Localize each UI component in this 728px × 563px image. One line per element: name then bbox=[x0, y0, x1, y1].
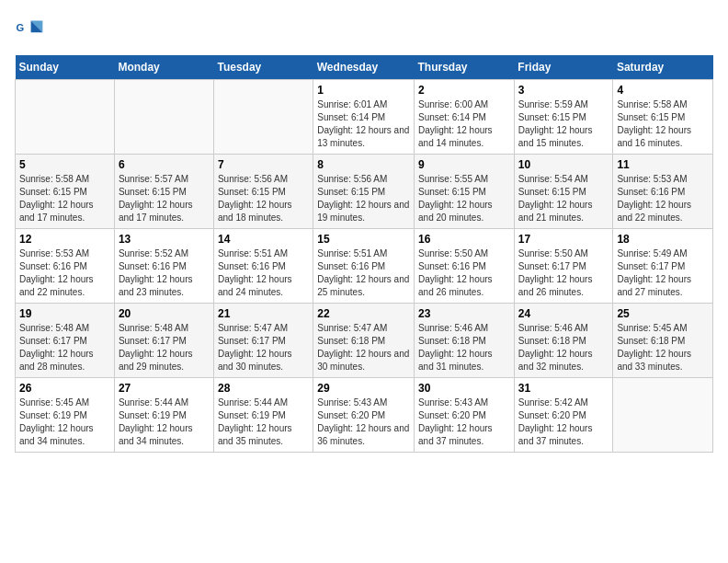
day-number: 18 bbox=[617, 233, 709, 246]
weekday-header-monday: Monday bbox=[114, 55, 213, 80]
day-info: Sunrise: 6:01 AM Sunset: 6:14 PM Dayligh… bbox=[317, 98, 410, 150]
week-row-1: 1Sunrise: 6:01 AM Sunset: 6:14 PM Daylig… bbox=[16, 80, 713, 155]
day-info: Sunrise: 5:57 AM Sunset: 6:15 PM Dayligh… bbox=[119, 173, 210, 224]
day-info: Sunrise: 5:47 AM Sunset: 6:18 PM Dayligh… bbox=[317, 322, 410, 373]
day-info: Sunrise: 5:49 AM Sunset: 6:17 PM Dayligh… bbox=[617, 247, 709, 299]
calendar-cell: 29Sunrise: 5:43 AM Sunset: 6:20 PM Dayli… bbox=[313, 378, 415, 453]
day-number: 8 bbox=[317, 158, 410, 171]
week-row-3: 12Sunrise: 5:53 AM Sunset: 6:16 PM Dayli… bbox=[16, 229, 713, 304]
day-info: Sunrise: 5:48 AM Sunset: 6:17 PM Dayligh… bbox=[119, 322, 210, 373]
calendar-cell: 10Sunrise: 5:54 AM Sunset: 6:15 PM Dayli… bbox=[514, 155, 613, 229]
calendar-cell: 3Sunrise: 5:59 AM Sunset: 6:15 PM Daylig… bbox=[514, 80, 613, 155]
day-info: Sunrise: 5:56 AM Sunset: 6:15 PM Dayligh… bbox=[218, 173, 309, 224]
day-number: 31 bbox=[518, 382, 609, 395]
day-number: 5 bbox=[19, 158, 110, 171]
day-number: 7 bbox=[218, 158, 309, 171]
calendar-body: 1Sunrise: 6:01 AM Sunset: 6:14 PM Daylig… bbox=[16, 80, 713, 453]
week-row-2: 5Sunrise: 5:58 AM Sunset: 6:15 PM Daylig… bbox=[16, 155, 713, 229]
calendar-cell: 15Sunrise: 5:51 AM Sunset: 6:16 PM Dayli… bbox=[313, 229, 415, 304]
calendar-cell: 31Sunrise: 5:42 AM Sunset: 6:20 PM Dayli… bbox=[514, 378, 613, 453]
day-number: 3 bbox=[518, 84, 609, 97]
day-info: Sunrise: 5:46 AM Sunset: 6:18 PM Dayligh… bbox=[418, 322, 510, 373]
day-number: 14 bbox=[218, 233, 309, 246]
day-info: Sunrise: 5:58 AM Sunset: 6:15 PM Dayligh… bbox=[19, 173, 110, 224]
day-number: 28 bbox=[218, 382, 309, 395]
calendar-cell: 22Sunrise: 5:47 AM Sunset: 6:18 PM Dayli… bbox=[313, 304, 415, 378]
day-info: Sunrise: 5:48 AM Sunset: 6:17 PM Dayligh… bbox=[19, 322, 110, 373]
calendar-cell bbox=[613, 378, 713, 453]
day-info: Sunrise: 5:46 AM Sunset: 6:18 PM Dayligh… bbox=[518, 322, 609, 373]
day-info: Sunrise: 5:52 AM Sunset: 6:16 PM Dayligh… bbox=[119, 247, 210, 299]
calendar-cell: 24Sunrise: 5:46 AM Sunset: 6:18 PM Dayli… bbox=[514, 304, 613, 378]
week-row-5: 26Sunrise: 5:45 AM Sunset: 6:19 PM Dayli… bbox=[16, 378, 713, 453]
day-info: Sunrise: 5:44 AM Sunset: 6:19 PM Dayligh… bbox=[119, 396, 210, 448]
calendar-cell: 19Sunrise: 5:48 AM Sunset: 6:17 PM Dayli… bbox=[16, 304, 115, 378]
calendar-cell: 9Sunrise: 5:55 AM Sunset: 6:15 PM Daylig… bbox=[415, 155, 515, 229]
day-number: 10 bbox=[518, 158, 609, 171]
calendar-cell: 2Sunrise: 6:00 AM Sunset: 6:14 PM Daylig… bbox=[415, 80, 515, 155]
day-number: 4 bbox=[617, 84, 709, 97]
logo: G bbox=[15, 15, 48, 44]
day-info: Sunrise: 5:53 AM Sunset: 6:16 PM Dayligh… bbox=[617, 173, 709, 224]
day-info: Sunrise: 5:44 AM Sunset: 6:19 PM Dayligh… bbox=[218, 396, 309, 448]
day-info: Sunrise: 5:56 AM Sunset: 6:15 PM Dayligh… bbox=[317, 173, 410, 224]
day-info: Sunrise: 5:43 AM Sunset: 6:20 PM Dayligh… bbox=[418, 396, 510, 448]
day-info: Sunrise: 6:00 AM Sunset: 6:14 PM Dayligh… bbox=[418, 98, 510, 150]
day-number: 29 bbox=[317, 382, 410, 395]
logo-icon: G bbox=[15, 15, 44, 44]
day-number: 9 bbox=[418, 158, 510, 171]
day-number: 25 bbox=[617, 307, 709, 320]
day-number: 19 bbox=[19, 307, 110, 320]
calendar-cell: 26Sunrise: 5:45 AM Sunset: 6:19 PM Dayli… bbox=[16, 378, 115, 453]
day-info: Sunrise: 5:51 AM Sunset: 6:16 PM Dayligh… bbox=[317, 247, 410, 299]
calendar-cell: 17Sunrise: 5:50 AM Sunset: 6:17 PM Dayli… bbox=[514, 229, 613, 304]
day-number: 16 bbox=[418, 233, 510, 246]
day-number: 24 bbox=[518, 307, 609, 320]
calendar-cell: 21Sunrise: 5:47 AM Sunset: 6:17 PM Dayli… bbox=[213, 304, 313, 378]
weekday-header-sunday: Sunday bbox=[16, 55, 115, 80]
calendar-cell bbox=[114, 80, 213, 155]
calendar-cell: 30Sunrise: 5:43 AM Sunset: 6:20 PM Dayli… bbox=[415, 378, 515, 453]
calendar-cell: 7Sunrise: 5:56 AM Sunset: 6:15 PM Daylig… bbox=[213, 155, 313, 229]
day-number: 23 bbox=[418, 307, 510, 320]
day-number: 13 bbox=[119, 233, 210, 246]
calendar-cell: 11Sunrise: 5:53 AM Sunset: 6:16 PM Dayli… bbox=[613, 155, 713, 229]
calendar-cell: 23Sunrise: 5:46 AM Sunset: 6:18 PM Dayli… bbox=[415, 304, 515, 378]
weekday-header-tuesday: Tuesday bbox=[213, 55, 313, 80]
day-number: 12 bbox=[19, 233, 110, 246]
day-info: Sunrise: 5:55 AM Sunset: 6:15 PM Dayligh… bbox=[418, 173, 510, 224]
weekday-header-saturday: Saturday bbox=[613, 55, 713, 80]
day-number: 21 bbox=[218, 307, 309, 320]
day-info: Sunrise: 5:54 AM Sunset: 6:15 PM Dayligh… bbox=[518, 173, 609, 224]
calendar-cell: 5Sunrise: 5:58 AM Sunset: 6:15 PM Daylig… bbox=[16, 155, 115, 229]
day-number: 27 bbox=[119, 382, 210, 395]
calendar-cell: 8Sunrise: 5:56 AM Sunset: 6:15 PM Daylig… bbox=[313, 155, 415, 229]
day-info: Sunrise: 5:59 AM Sunset: 6:15 PM Dayligh… bbox=[518, 98, 609, 150]
calendar-cell: 14Sunrise: 5:51 AM Sunset: 6:16 PM Dayli… bbox=[213, 229, 313, 304]
day-number: 22 bbox=[317, 307, 410, 320]
weekday-header-friday: Friday bbox=[514, 55, 613, 80]
day-info: Sunrise: 5:45 AM Sunset: 6:19 PM Dayligh… bbox=[19, 396, 110, 448]
calendar-cell: 6Sunrise: 5:57 AM Sunset: 6:15 PM Daylig… bbox=[114, 155, 213, 229]
weekday-header-wednesday: Wednesday bbox=[313, 55, 415, 80]
calendar-cell bbox=[213, 80, 313, 155]
weekday-header-thursday: Thursday bbox=[415, 55, 515, 80]
day-number: 17 bbox=[518, 233, 609, 246]
calendar-cell: 20Sunrise: 5:48 AM Sunset: 6:17 PM Dayli… bbox=[114, 304, 213, 378]
calendar-cell: 4Sunrise: 5:58 AM Sunset: 6:15 PM Daylig… bbox=[613, 80, 713, 155]
calendar-cell: 27Sunrise: 5:44 AM Sunset: 6:19 PM Dayli… bbox=[114, 378, 213, 453]
day-info: Sunrise: 5:51 AM Sunset: 6:16 PM Dayligh… bbox=[218, 247, 309, 299]
day-number: 6 bbox=[119, 158, 210, 171]
day-number: 26 bbox=[19, 382, 110, 395]
day-info: Sunrise: 5:43 AM Sunset: 6:20 PM Dayligh… bbox=[317, 396, 410, 448]
day-number: 2 bbox=[418, 84, 510, 97]
day-info: Sunrise: 5:45 AM Sunset: 6:18 PM Dayligh… bbox=[617, 322, 709, 373]
calendar-cell bbox=[16, 80, 115, 155]
day-info: Sunrise: 5:47 AM Sunset: 6:17 PM Dayligh… bbox=[218, 322, 309, 373]
day-number: 11 bbox=[617, 158, 709, 171]
calendar-cell: 16Sunrise: 5:50 AM Sunset: 6:16 PM Dayli… bbox=[415, 229, 515, 304]
day-info: Sunrise: 5:53 AM Sunset: 6:16 PM Dayligh… bbox=[19, 247, 110, 299]
calendar-cell: 12Sunrise: 5:53 AM Sunset: 6:16 PM Dayli… bbox=[16, 229, 115, 304]
calendar-cell: 18Sunrise: 5:49 AM Sunset: 6:17 PM Dayli… bbox=[613, 229, 713, 304]
day-info: Sunrise: 5:42 AM Sunset: 6:20 PM Dayligh… bbox=[518, 396, 609, 448]
